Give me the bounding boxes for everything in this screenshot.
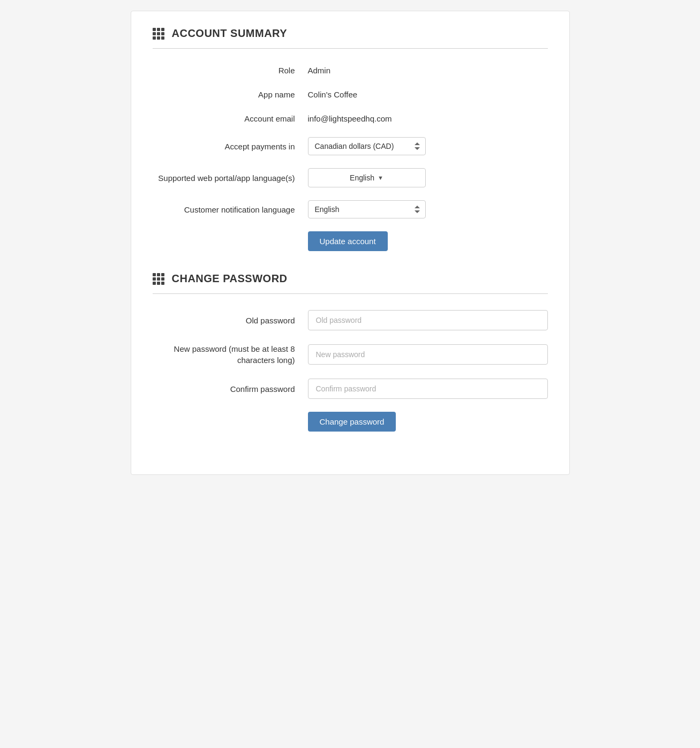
section-divider-2: [153, 293, 548, 294]
grid-dot: [153, 282, 156, 285]
grid-dot: [157, 36, 160, 40]
web-portal-language-dropdown[interactable]: English ▼: [308, 168, 426, 187]
account-email-control: info@lightspeedhq.com: [308, 114, 548, 124]
grid-dot: [161, 28, 164, 31]
app-name-row: App name Colin's Coffee: [153, 89, 548, 100]
grid-dot: [161, 273, 164, 276]
confirm-password-row: Confirm password: [153, 379, 548, 399]
role-row: Role Admin: [153, 65, 548, 76]
page-container: ACCOUNT SUMMARY Role Admin App name Coli…: [131, 11, 570, 475]
grid-dot: [153, 32, 156, 35]
role-control: Admin: [308, 66, 548, 75]
old-password-input[interactable]: [308, 310, 548, 330]
chevron-down-icon: ▼: [378, 175, 383, 181]
confirm-password-label: Confirm password: [153, 383, 308, 395]
grid-dot: [153, 28, 156, 31]
grid-dot: [157, 277, 160, 281]
old-password-label: Old password: [153, 315, 308, 326]
role-value: Admin: [308, 66, 331, 75]
grid-dot: [157, 282, 160, 285]
grid-dot: [161, 277, 164, 281]
account-email-row: Account email info@lightspeedhq.com: [153, 113, 548, 124]
account-summary-icon: [153, 28, 164, 40]
customer-notification-row: Customer notification language English: [153, 200, 548, 218]
grid-dot: [153, 273, 156, 276]
grid-icon: [153, 28, 164, 40]
update-account-control: Update account: [308, 231, 548, 251]
accept-payments-control: Canadian dollars (CAD): [308, 137, 548, 155]
grid-dot: [161, 36, 164, 40]
accept-payments-select[interactable]: Canadian dollars (CAD): [308, 137, 426, 155]
accept-payments-row: Accept payments in Canadian dollars (CAD…: [153, 137, 548, 155]
new-password-label: New password (must be at least 8 charact…: [153, 343, 308, 366]
change-password-title: CHANGE PASSWORD: [172, 273, 288, 285]
web-portal-language-value: English: [350, 173, 374, 182]
grid-dot: [153, 36, 156, 40]
app-name-label: App name: [153, 89, 308, 100]
change-password-section: CHANGE PASSWORD Old password New passwor…: [153, 273, 548, 432]
change-password-button[interactable]: Change password: [308, 412, 396, 432]
old-password-control: [308, 310, 548, 330]
update-account-row: Update account: [153, 231, 548, 251]
app-name-control: Colin's Coffee: [308, 90, 548, 100]
account-email-label: Account email: [153, 113, 308, 124]
customer-notification-label: Customer notification language: [153, 204, 308, 215]
grid-dot: [157, 273, 160, 276]
update-account-button[interactable]: Update account: [308, 231, 388, 251]
confirm-password-control: [308, 379, 548, 399]
new-password-row: New password (must be at least 8 charact…: [153, 343, 548, 366]
accept-payments-label: Accept payments in: [153, 141, 308, 152]
grid-dot: [153, 277, 156, 281]
account-summary-section: ACCOUNT SUMMARY Role Admin App name Coli…: [153, 27, 548, 251]
account-summary-title: ACCOUNT SUMMARY: [172, 27, 288, 40]
grid-dot: [161, 32, 164, 35]
app-name-value: Colin's Coffee: [308, 90, 358, 99]
new-password-control: [308, 344, 548, 365]
new-password-input[interactable]: [308, 344, 548, 365]
customer-notification-select[interactable]: English: [308, 200, 426, 218]
web-portal-language-label: Supported web portal/app language(s): [153, 172, 308, 184]
change-password-header: CHANGE PASSWORD: [153, 273, 548, 285]
change-password-icon: [153, 273, 164, 285]
old-password-row: Old password: [153, 310, 548, 330]
web-portal-language-control: English ▼: [308, 168, 548, 187]
grid-icon-2: [153, 273, 164, 285]
grid-dot: [157, 28, 160, 31]
grid-dot: [157, 32, 160, 35]
role-label: Role: [153, 65, 308, 76]
customer-notification-control: English: [308, 200, 548, 218]
change-password-button-control: Change password: [308, 412, 548, 432]
account-summary-header: ACCOUNT SUMMARY: [153, 27, 548, 40]
grid-dot: [161, 282, 164, 285]
section-divider: [153, 48, 548, 49]
confirm-password-input[interactable]: [308, 379, 548, 399]
change-password-button-row: Change password: [153, 412, 548, 432]
account-email-value: info@lightspeedhq.com: [308, 114, 392, 123]
web-portal-language-row: Supported web portal/app language(s) Eng…: [153, 168, 548, 187]
